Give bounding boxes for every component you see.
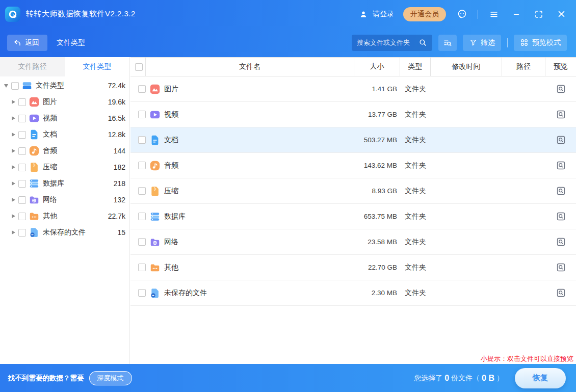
file-name-cell: 压缩 [146,178,354,203]
tree-item-checkbox[interactable] [18,98,26,106]
back-button[interactable]: 返回 [7,35,47,51]
table-row[interactable]: 压缩8.93 GB文件夹 [130,178,576,204]
select-all-checkbox[interactable] [135,63,143,71]
tree-item[interactable]: 未保存的文件15 [0,224,129,241]
recover-button[interactable]: 恢复 [515,368,566,388]
expand-arrow-icon[interactable] [10,116,16,120]
back-arrow-icon [13,39,21,47]
file-name-cell: 视频 [146,102,354,127]
expand-arrow-icon[interactable] [10,149,16,153]
other-icon [29,211,40,222]
expand-arrow-icon[interactable] [10,214,16,218]
filter-button[interactable]: 筛选 [463,35,501,51]
preview-mode-button[interactable]: 预览模式 [514,35,567,51]
search-list-button[interactable] [438,35,457,51]
column-header-mtime[interactable]: 修改时间 [431,58,502,76]
tree-item-checkbox[interactable] [18,131,26,139]
menu-icon[interactable] [487,8,501,21]
column-header-type[interactable]: 类型 [400,58,431,76]
table-row[interactable]: 视频13.77 GB文件夹 [130,102,576,127]
preview-icon [555,160,566,171]
file-path-cell [502,280,545,305]
tree-item-label: 网络 [43,195,57,204]
search-icon[interactable] [418,38,427,47]
tree-item[interactable]: 数据库218 [0,175,129,192]
tree-item-checkbox[interactable] [18,196,26,204]
expand-arrow-icon[interactable] [10,230,16,234]
preview-button[interactable] [545,280,576,305]
table-row[interactable]: 文档503.27 MB文件夹 [130,127,576,153]
tree-item[interactable]: 文档12.8k [0,126,129,143]
row-checkbox[interactable] [138,136,146,144]
preview-icon [555,135,566,146]
table-row[interactable]: 其他22.70 GB文件夹 [130,255,576,280]
row-checkbox[interactable] [138,238,146,246]
tree-item[interactable]: 音频144 [0,143,129,159]
tree-item-checkbox[interactable] [18,229,26,237]
expand-arrow-icon[interactable] [10,165,16,169]
minimize-icon[interactable] [510,8,523,21]
preview-button[interactable] [545,127,576,152]
preview-button[interactable] [545,153,576,178]
audio-icon [29,145,40,156]
sidebar: 文件路径 文件类型 文件类型72.4k图片19.6k视频16.5k文档12.8k… [0,57,130,364]
preview-button[interactable] [545,76,576,101]
tree-item-count: 22.7k [108,212,125,220]
collapse-arrow-icon[interactable] [3,84,9,88]
tree-item[interactable]: 图片19.6k [0,94,129,110]
row-checkbox[interactable] [138,162,146,169]
table-row[interactable]: 网络23.58 MB文件夹 [130,229,576,255]
tree-item[interactable]: 压缩182 [0,159,129,175]
row-checkbox[interactable] [138,213,146,220]
preview-button[interactable] [545,204,576,229]
customer-service-icon[interactable] [455,8,468,21]
table-row[interactable]: 数据库653.75 MB文件夹 [130,204,576,229]
file-name-label: 图片 [164,85,178,94]
tab-file-type[interactable]: 文件类型 [65,57,129,76]
preview-button[interactable] [545,229,576,254]
preview-button[interactable] [545,102,576,127]
preview-button[interactable] [545,255,576,280]
row-checkbox[interactable] [138,85,146,93]
expand-arrow-icon[interactable] [10,133,16,137]
tree-item[interactable]: 视频16.5k [0,110,129,126]
row-checkbox[interactable] [138,264,146,271]
search-input[interactable] [357,39,418,46]
preview-button[interactable] [545,178,576,203]
tree-item-checkbox[interactable] [18,213,26,220]
table-row[interactable]: 未保存的文件2.30 MB文件夹 [130,280,576,306]
tree-item-checkbox[interactable] [18,115,26,122]
tree-item-checkbox[interactable] [11,82,19,90]
tree-item[interactable]: 网络132 [0,192,129,208]
column-header-preview[interactable]: 预览 [545,58,576,76]
tree-item-checkbox[interactable] [18,147,26,155]
tree-item[interactable]: 其他22.7k [0,208,129,224]
expand-arrow-icon[interactable] [10,100,16,104]
column-header-name[interactable]: 文件名 [146,58,354,76]
tree-item[interactable]: 文件类型72.4k [0,77,129,94]
row-checkbox[interactable] [138,111,146,118]
open-vip-button[interactable]: 开通会员 [403,7,446,21]
tab-file-path[interactable]: 文件路径 [0,57,65,76]
column-header-path[interactable]: 路径 [502,58,545,76]
file-type-cell: 文件夹 [400,127,431,152]
column-header-size[interactable]: 大小 [354,58,400,76]
expand-arrow-icon[interactable] [10,181,16,186]
row-checkbox[interactable] [138,187,146,195]
net-icon [149,237,161,248]
login-button[interactable]: 请登录 [358,9,394,20]
row-checkbox-cell [130,255,146,280]
row-checkbox[interactable] [138,289,146,297]
table-row[interactable]: 音频143.62 MB文件夹 [130,153,576,178]
expand-arrow-icon[interactable] [10,198,16,202]
maximize-icon[interactable] [532,8,545,21]
tree-item-label: 未保存的文件 [43,228,86,237]
deep-mode-button[interactable]: 深度模式 [89,371,132,385]
tree-item-checkbox[interactable] [18,164,26,171]
table-body: 图片1.41 GB文件夹视频13.77 GB文件夹文档503.27 MB文件夹音… [130,76,576,306]
file-type-cell: 文件夹 [400,229,431,254]
close-icon[interactable] [555,8,568,21]
preview-icon [555,109,566,120]
tree-item-checkbox[interactable] [18,180,26,188]
table-row[interactable]: 图片1.41 GB文件夹 [130,76,576,102]
